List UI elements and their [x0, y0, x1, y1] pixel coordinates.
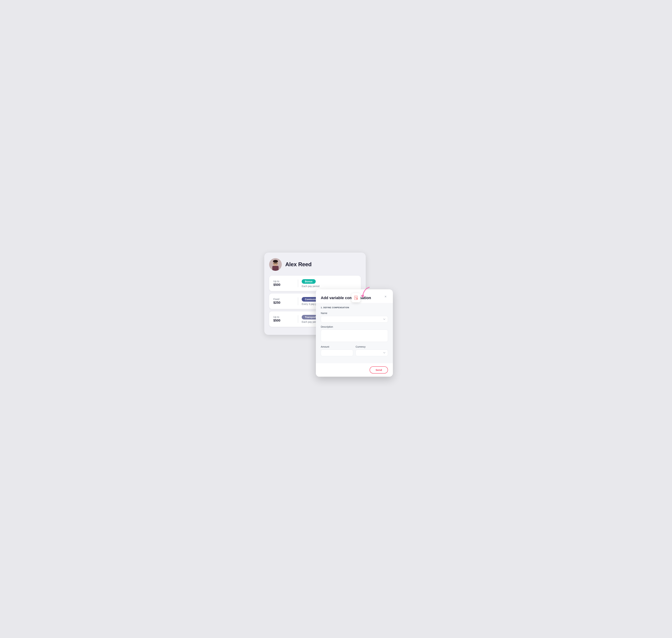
- description-input[interactable]: [321, 330, 388, 342]
- send-button[interactable]: Send: [370, 366, 388, 373]
- description-field-group: Description: [321, 325, 388, 342]
- currency-label: Currency: [356, 345, 388, 348]
- comp-divider-1: [298, 280, 298, 287]
- name-select[interactable]: [321, 316, 388, 323]
- description-label: Description: [321, 325, 388, 328]
- amount-field-group: Amount: [321, 345, 353, 356]
- comp-amount-3: $500: [273, 319, 295, 322]
- comp-amount-1: $500: [273, 283, 295, 287]
- comp-type-label-3: Up to: [273, 316, 295, 318]
- modal-body: 1. DEFINE COMPENSATION Name Description …: [316, 303, 393, 363]
- currency-field-group: Currency: [356, 345, 388, 356]
- modal-footer: Send: [316, 363, 393, 377]
- svg-rect-1: [272, 266, 279, 271]
- comp-item-bonus: Up to $500 Bonus Each pay period: [269, 276, 361, 291]
- close-button[interactable]: ×: [383, 294, 388, 299]
- comp-period-1: Each pay period: [302, 285, 357, 288]
- profile-name: Alex Reed: [285, 261, 312, 268]
- amount-label: Amount: [321, 345, 353, 348]
- currency-select[interactable]: [356, 350, 388, 356]
- svg-point-3: [273, 260, 278, 263]
- section-label: 1. DEFINE COMPENSATION: [321, 306, 388, 308]
- comp-type-label-2: Fixed: [273, 298, 295, 301]
- name-label: Name: [321, 312, 388, 315]
- name-field-group: Name: [321, 312, 388, 323]
- comp-divider-3: [298, 315, 298, 323]
- profile-header: Alex Reed: [269, 258, 361, 271]
- avatar: [269, 258, 282, 271]
- badge-bonus: Bonus: [302, 279, 316, 284]
- svg-marker-7: [361, 295, 364, 298]
- comp-divider-2: [298, 297, 298, 305]
- comp-amount-2: $250: [273, 301, 295, 305]
- form-icon-button[interactable]: [351, 293, 360, 302]
- comp-type-label-1: Up to: [273, 280, 295, 283]
- amount-input[interactable]: [321, 350, 353, 356]
- amount-currency-row: Amount Currency: [321, 345, 388, 359]
